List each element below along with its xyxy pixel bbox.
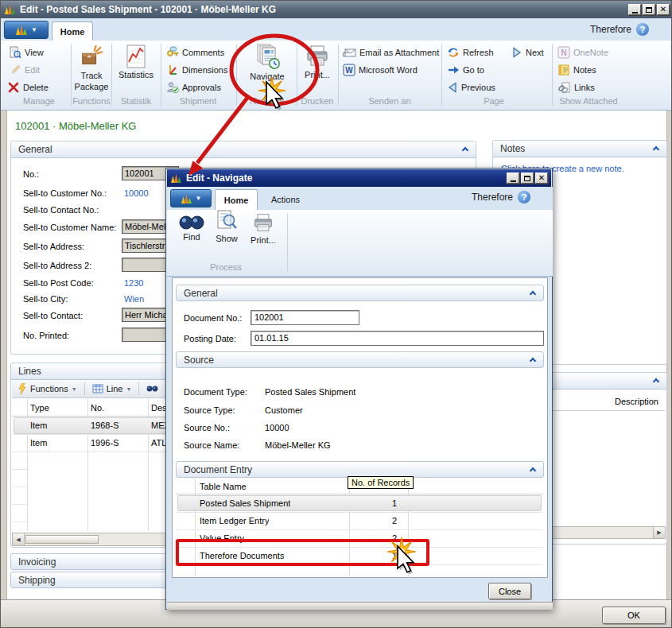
show-button[interactable]: Show — [211, 210, 243, 245]
no-of-records-tooltip: No. of Records — [348, 476, 414, 489]
cell-no[interactable]: 1968-S — [91, 421, 118, 430]
minimize-icon[interactable] — [628, 4, 641, 15]
group-label-statistik: Statistik — [114, 96, 158, 106]
print-button[interactable]: Print... — [300, 45, 335, 81]
binoculars-icon — [146, 385, 158, 393]
collapse-chevron-icon[interactable] — [653, 146, 659, 153]
dialog-application-menu-button[interactable]: ▼ — [170, 189, 212, 207]
cell-description[interactable]: ATL — [151, 438, 166, 448]
application-menu-button[interactable]: ▼ — [4, 21, 49, 39]
cell-type[interactable]: Item — [30, 421, 47, 430]
links-icon — [557, 82, 571, 94]
scroll-thumb[interactable] — [25, 535, 99, 544]
maximize-icon[interactable] — [643, 4, 655, 15]
dialog-bottom-band — [167, 602, 553, 610]
dialog-source-header[interactable]: Source — [176, 351, 544, 368]
lines-col-description[interactable]: Des — [151, 403, 167, 413]
refresh-icon — [447, 46, 460, 59]
view-icon — [9, 46, 21, 59]
help-icon[interactable]: ? — [518, 191, 530, 204]
main-window-title: Edit - Posted Sales Shipment - 102001 · … — [20, 4, 276, 15]
document-no-field[interactable]: 102001 — [251, 310, 359, 325]
triangle-right-icon — [511, 47, 522, 58]
collapse-chevron-icon[interactable] — [462, 147, 468, 153]
navigate-button[interactable]: Navigate — [244, 43, 290, 83]
table-name-cell[interactable]: Posted Sales Shipment — [200, 498, 290, 508]
dimensions-button[interactable]: Dimensions — [166, 62, 227, 78]
posting-date-field[interactable]: 01.01.15 — [251, 331, 544, 346]
main-tab-strip: ▼ Home Therefore ? — [1, 18, 672, 41]
nav-logo-icon — [181, 193, 192, 204]
no-printed-field[interactable] — [122, 328, 168, 342]
scroll-right-icon[interactable]: ▶ — [653, 527, 665, 538]
notes-icon — [557, 64, 570, 76]
records-cell[interactable]: 1 — [392, 498, 397, 508]
comments-button[interactable]: Comments — [166, 45, 224, 60]
binoculars-icon — [179, 213, 204, 231]
notes-button[interactable]: Notes — [557, 62, 596, 78]
minimize-icon[interactable] — [507, 173, 519, 184]
scroll-left-icon[interactable]: ◀ — [13, 533, 25, 545]
find-button[interactable]: Find — [177, 213, 206, 243]
dialog-general-header[interactable]: General — [176, 285, 544, 301]
statistics-button[interactable]: Statistics — [114, 45, 158, 81]
approvals-icon — [166, 81, 179, 94]
microsoft-word-button[interactable]: W Microsoft Word — [343, 62, 418, 78]
dialog-document-entry-header[interactable]: Document Entry — [176, 461, 544, 478]
lines-col-no[interactable]: No. — [91, 403, 104, 413]
dialog-print-button[interactable]: Print... — [246, 213, 281, 246]
collapse-chevron-icon[interactable] — [530, 467, 536, 474]
notes-header[interactable]: Notes — [493, 141, 666, 157]
dialog-title-bar: Edit - Navigate ✕ — [167, 169, 551, 187]
sell-to-customer-no-link[interactable]: 10000 — [124, 188, 149, 198]
cell-no[interactable]: 1996-S — [91, 438, 118, 448]
group-label-process: Process — [198, 262, 254, 272]
table-name-cell[interactable]: Therefore Documents — [200, 551, 284, 560]
records-cell[interactable]: 2 — [392, 516, 397, 525]
collapse-chevron-icon[interactable] — [530, 291, 536, 297]
view-button[interactable]: View — [9, 45, 44, 60]
previous-button[interactable]: Previous — [447, 79, 495, 95]
table-name-cell[interactable]: Value Entry — [200, 533, 244, 543]
group-label-senden-an: Senden an — [343, 96, 437, 106]
table-name-cell[interactable]: Item Ledger Entry — [200, 516, 269, 525]
go-to-button[interactable]: Go to — [447, 62, 484, 78]
ok-button[interactable]: OK — [602, 607, 666, 624]
approvals-button[interactable]: Approvals — [166, 79, 221, 95]
cell-type[interactable]: Item — [30, 438, 47, 448]
table-name-column[interactable]: Table Name — [200, 482, 247, 491]
maximize-icon[interactable] — [521, 173, 534, 184]
lines-find-button[interactable] — [141, 380, 164, 397]
sell-to-post-code-link[interactable]: 1230 — [124, 278, 143, 288]
records-cell[interactable]: 2 — [392, 533, 397, 543]
dialog-tab-actions[interactable]: Actions — [261, 189, 310, 210]
links-button[interactable]: Links — [557, 79, 595, 95]
sell-to-city-link[interactable]: Wien — [124, 294, 144, 304]
records-cell[interactable]: 1 — [392, 551, 397, 560]
field-label: Sell-to City: — [23, 294, 68, 304]
description-column[interactable]: Description — [615, 397, 658, 406]
table-icon — [92, 384, 103, 393]
page-caption: 102001 · Möbel-Meller KG — [15, 120, 136, 132]
lines-line-menu[interactable]: Line▼ — [87, 380, 138, 397]
dialog-source-title: Source — [184, 355, 214, 366]
help-icon[interactable]: ? — [636, 23, 649, 36]
dialog-close-button[interactable]: Close — [488, 583, 531, 599]
close-icon[interactable]: ✕ — [535, 173, 548, 184]
email-as-attachment-button[interactable]: Email as Attachment — [343, 45, 439, 60]
dialog-tab-home[interactable]: Home — [215, 189, 258, 210]
next-button[interactable]: Next — [511, 45, 544, 60]
collapse-chevron-icon[interactable] — [653, 378, 659, 385]
lines-functions-menu[interactable]: Functions▼ — [12, 380, 83, 397]
dialog-general-title: General — [184, 288, 218, 299]
delete-button[interactable]: Delete — [7, 79, 49, 95]
field-label: Sell-to Contact: — [23, 311, 83, 320]
tab-home[interactable]: Home — [52, 21, 93, 41]
refresh-button[interactable]: Refresh — [447, 45, 494, 60]
track-package-button[interactable]: Track Package — [73, 44, 110, 93]
close-icon[interactable]: ✕ — [657, 4, 670, 15]
collapse-chevron-icon[interactable] — [530, 358, 536, 364]
lines-col-type[interactable]: Type — [30, 403, 49, 413]
general-fasttab-header[interactable]: General — [11, 141, 476, 158]
arrow-right-icon — [447, 64, 460, 76]
